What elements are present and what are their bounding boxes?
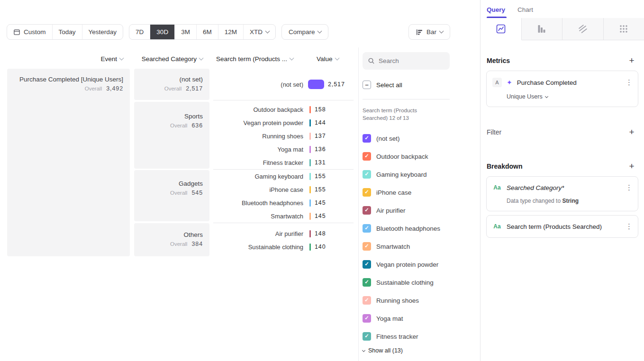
legend-item[interactable]: Sustainable clothing bbox=[363, 273, 480, 291]
checkbox[interactable] bbox=[363, 260, 371, 269]
measurement-dropdown[interactable]: Unique Users bbox=[507, 93, 632, 100]
tab-retention[interactable] bbox=[604, 18, 644, 40]
kebab-menu-icon[interactable] bbox=[626, 222, 632, 231]
value-bar[interactable] bbox=[309, 146, 311, 153]
funnel-bars-icon bbox=[536, 24, 547, 34]
compare-button[interactable]: Compare bbox=[281, 24, 329, 40]
value-bar[interactable] bbox=[308, 80, 324, 89]
checkbox[interactable] bbox=[363, 134, 371, 143]
search-term-label: Vegan protein powder bbox=[213, 119, 303, 126]
add-metric-button[interactable] bbox=[626, 54, 638, 67]
metric-name[interactable]: Purchase Completed bbox=[517, 79, 621, 86]
value-bar[interactable] bbox=[309, 199, 311, 207]
checkbox[interactable] bbox=[363, 224, 371, 233]
legend-item[interactable]: iPhone case bbox=[363, 183, 480, 201]
category-cell: Gadgets Overall545 bbox=[134, 170, 209, 221]
range-xtd-button[interactable]: XTD bbox=[244, 25, 275, 39]
custom-date-label: Custom bbox=[24, 28, 46, 36]
legend-item[interactable]: Yoga mat bbox=[363, 309, 480, 327]
checkbox[interactable] bbox=[363, 242, 371, 251]
value-bar[interactable] bbox=[309, 173, 311, 180]
breakdown-card[interactable]: Search term (Products Searched) bbox=[486, 215, 638, 238]
filter-title: Filter bbox=[487, 128, 501, 136]
legend-item[interactable]: Running shoes bbox=[363, 291, 480, 309]
value-bar[interactable] bbox=[309, 213, 311, 220]
checkbox[interactable] bbox=[363, 152, 371, 161]
select-all-checkbox[interactable] bbox=[363, 81, 371, 89]
breakdown-name[interactable]: Search term (Products Searched) bbox=[507, 223, 621, 230]
search-box[interactable] bbox=[363, 52, 450, 70]
value-label: 145 bbox=[315, 213, 326, 219]
breakdown-name[interactable]: Searched Category* bbox=[507, 184, 621, 191]
tab-flows[interactable] bbox=[562, 18, 604, 40]
range-3m-button[interactable]: 3M bbox=[175, 25, 197, 39]
string-type-icon bbox=[492, 223, 502, 230]
table-row: Bluetooth headphones 145 bbox=[213, 196, 354, 209]
show-all-button[interactable]: Show all (13) bbox=[363, 347, 480, 354]
table-row: (not set) 2,517 bbox=[213, 78, 354, 91]
range-6m-button[interactable]: 6M bbox=[197, 25, 218, 39]
chart-type-button[interactable]: Bar bbox=[408, 24, 450, 40]
search-input[interactable] bbox=[379, 57, 444, 64]
value-bar[interactable] bbox=[309, 106, 311, 113]
column-header-term[interactable]: Search term (Products ... bbox=[216, 55, 306, 63]
metric-card[interactable]: A Purchase Completed Unique Users bbox=[486, 71, 638, 107]
breakdown-title: Breakdown bbox=[487, 162, 522, 170]
date-preset-group: Custom Today Yesterday bbox=[7, 24, 123, 40]
yesterday-button[interactable]: Yesterday bbox=[82, 25, 123, 39]
checkbox[interactable] bbox=[363, 170, 371, 179]
value-bar[interactable] bbox=[309, 159, 311, 166]
column-header-event[interactable]: Event bbox=[7, 55, 123, 63]
kebab-menu-icon[interactable] bbox=[626, 78, 632, 87]
legend-item[interactable]: Vegan protein powder bbox=[363, 255, 480, 273]
select-all-label: Select all bbox=[376, 81, 402, 89]
checkbox[interactable] bbox=[363, 296, 371, 305]
tab-insights[interactable] bbox=[481, 18, 522, 40]
checkbox[interactable] bbox=[363, 314, 371, 323]
legend-item[interactable]: Fitness tracker bbox=[363, 327, 480, 345]
table-row: Gaming keyboard 155 bbox=[213, 170, 354, 183]
breakdown-section-header: Breakdown bbox=[481, 160, 644, 172]
add-breakdown-button[interactable] bbox=[626, 160, 638, 172]
kebab-menu-icon[interactable] bbox=[626, 183, 632, 192]
checkbox[interactable] bbox=[363, 188, 371, 197]
checkbox[interactable] bbox=[363, 332, 371, 341]
tab-chart[interactable]: Chart bbox=[517, 6, 533, 18]
breakdown-card[interactable]: Searched Category* Data type changed to … bbox=[486, 176, 638, 211]
chevron-down-icon bbox=[290, 56, 294, 61]
today-button[interactable]: Today bbox=[53, 25, 82, 39]
chevron-down-icon bbox=[545, 94, 548, 98]
checkbox[interactable] bbox=[363, 278, 371, 287]
legend-item[interactable]: Smartwatch bbox=[363, 237, 480, 255]
value-bar[interactable] bbox=[309, 230, 311, 237]
legend-item[interactable]: Bluetooth headphones bbox=[363, 219, 480, 237]
checkbox[interactable] bbox=[363, 206, 371, 215]
value-bar[interactable] bbox=[309, 133, 311, 140]
legend-item[interactable]: (not set) bbox=[363, 129, 480, 147]
range-7d-button[interactable]: 7D bbox=[129, 25, 150, 39]
column-header-category[interactable]: Searched Category bbox=[134, 55, 203, 63]
chevron-down-icon bbox=[317, 29, 322, 34]
tab-funnels[interactable] bbox=[522, 18, 563, 40]
range-30d-button[interactable]: 30D bbox=[150, 25, 175, 39]
value-label: 131 bbox=[315, 159, 326, 166]
value-bar[interactable] bbox=[309, 186, 311, 193]
legend-item[interactable]: Air purifier bbox=[363, 201, 480, 219]
chevron-down-icon bbox=[199, 56, 204, 61]
select-all-row[interactable]: Select all bbox=[363, 80, 480, 90]
legend-item[interactable]: Outdoor backpack bbox=[363, 147, 480, 165]
value-bar[interactable] bbox=[309, 244, 311, 251]
value-label: 2,517 bbox=[328, 81, 345, 88]
add-filter-button[interactable] bbox=[626, 126, 638, 138]
flows-icon bbox=[578, 24, 588, 34]
legend-item[interactable]: Gaming keyboard bbox=[363, 165, 480, 183]
custom-date-button[interactable]: Custom bbox=[7, 25, 53, 39]
range-12m-button[interactable]: 12M bbox=[218, 25, 244, 39]
column-header-value[interactable]: Value bbox=[317, 55, 345, 63]
search-term-label: Smartwatch bbox=[213, 213, 303, 220]
table-row: Smartwatch 145 bbox=[213, 209, 354, 223]
value-bar[interactable] bbox=[309, 119, 311, 126]
active-tab-underline bbox=[487, 17, 507, 18]
chevron-down-icon bbox=[265, 29, 270, 34]
table-row: Running shoes 137 bbox=[213, 129, 354, 143]
